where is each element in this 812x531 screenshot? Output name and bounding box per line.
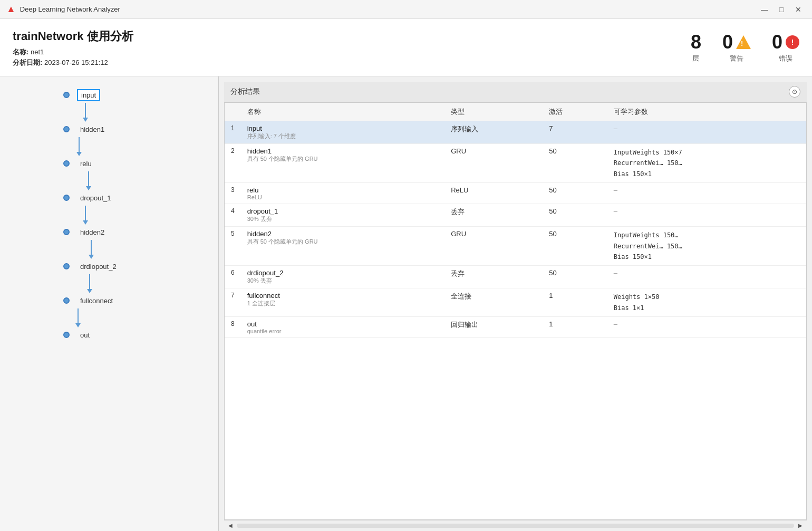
scroll-right-button[interactable]: ▶: [796, 522, 805, 530]
results-table: 名称 类型 激活 可学习参数 1input序列输入: 7 个维度序列输入7–2h…: [225, 103, 806, 338]
results-header: 分析结果 ⊙: [224, 82, 807, 102]
node-dot: [63, 160, 70, 167]
error-icon: !: [786, 35, 799, 49]
cell-learnable: –: [607, 266, 806, 288]
cell-activation: 50: [543, 204, 607, 227]
network-diagram: inputhidden1reludropout_1hidden2drdiopou…: [11, 87, 208, 343]
close-button[interactable]: ✕: [791, 2, 806, 17]
node-row[interactable]: hidden1: [63, 121, 108, 137]
node-entry: out: [63, 308, 93, 343]
node-label: fullconnect: [77, 296, 116, 306]
node-dot: [63, 332, 70, 338]
network-name: 名称: net1: [13, 47, 133, 57]
cell-name: hidden2具有 50 个隐藏单元的 GRU: [241, 227, 445, 266]
cell-num: 7: [225, 288, 241, 317]
node-dot: [63, 229, 70, 235]
warning-icon: [736, 35, 751, 49]
cell-type: GRU: [444, 144, 543, 183]
warnings-count: 0: [722, 33, 733, 52]
errors-label: 错误: [779, 54, 792, 63]
node-row[interactable]: drdiopout_2: [63, 258, 120, 274]
cell-num: 2: [225, 144, 241, 183]
warnings-stat: 0 警告: [722, 33, 751, 63]
cell-learnable: InputWeights 150…RecurrentWei… 150…Bias …: [607, 227, 806, 266]
node-entry: hidden1: [63, 103, 108, 137]
node-row[interactable]: input: [63, 87, 100, 103]
table-row[interactable]: 6drdiopout_230% 丢弃丢弃50–: [225, 266, 806, 288]
node-row[interactable]: dropout_1: [63, 190, 114, 206]
cell-name: hidden1具有 50 个隐藏单元的 GRU: [241, 144, 445, 183]
main-title: trainNetwork 使用分析: [13, 28, 133, 44]
node-label: drdiopout_2: [77, 262, 120, 272]
node-row[interactable]: relu: [63, 156, 95, 171]
table-row[interactable]: 2hidden1具有 50 个隐藏单元的 GRUGRU50InputWeight…: [225, 144, 806, 183]
node-row[interactable]: out: [63, 327, 93, 343]
table-row[interactable]: 4dropout_130% 丢弃丢弃50–: [225, 204, 806, 227]
node-dot: [63, 263, 70, 269]
layers-count: 8: [691, 33, 701, 52]
cell-activation: 1: [543, 288, 607, 317]
cell-learnable: InputWeights 150×7RecurrentWei… 150…Bias…: [607, 144, 806, 183]
cell-type: 序列输入: [444, 121, 543, 144]
cell-learnable: –: [607, 204, 806, 227]
cell-type: 全连接: [444, 288, 543, 317]
cell-type: 丢弃: [444, 204, 543, 227]
cell-num: 8: [225, 317, 241, 338]
errors-count: 0: [772, 33, 782, 52]
main-content: inputhidden1reludropout_1hidden2drdiopou…: [0, 76, 812, 531]
table-row[interactable]: 3reluReLUReLU50–: [225, 183, 806, 204]
col-name: 名称: [241, 103, 445, 121]
cell-type: GRU: [444, 227, 543, 266]
cell-learnable: Weights 1×50Bias 1×1: [607, 288, 806, 317]
node-label: hidden1: [77, 124, 108, 134]
node-entry: input: [63, 87, 100, 103]
cell-type: 丢弃: [444, 266, 543, 288]
table-row[interactable]: 5hidden2具有 50 个隐藏单元的 GRUGRU50InputWeight…: [225, 227, 806, 266]
table-row[interactable]: 7fullconnect1 全连接层全连接1Weights 1×50Bias 1…: [225, 288, 806, 317]
scroll-left-button[interactable]: ◀: [226, 522, 235, 530]
cell-learnable: –: [607, 121, 806, 144]
cell-type: 回归输出: [444, 317, 543, 338]
cell-num: 5: [225, 227, 241, 266]
minimize-button[interactable]: —: [757, 2, 772, 17]
node-dot: [63, 126, 70, 132]
results-panel: 分析结果 ⊙ 名称 类型 激活 可学习参数 1input序列输入: 7 个维度序…: [219, 76, 812, 531]
cell-name: input序列输入: 7 个维度: [241, 121, 445, 144]
header: trainNetwork 使用分析 名称: net1 分析日期: 2023-07…: [0, 19, 812, 76]
cell-num: 6: [225, 266, 241, 288]
col-learnable: 可学习参数: [607, 103, 806, 121]
results-container[interactable]: 名称 类型 激活 可学习参数 1input序列输入: 7 个维度序列输入7–2h…: [224, 102, 807, 520]
cell-activation: 50: [543, 266, 607, 288]
cell-type: ReLU: [444, 183, 543, 204]
cell-learnable: –: [607, 183, 806, 204]
cell-num: 1: [225, 121, 241, 144]
bottom-scrollbar[interactable]: ◀ ▶: [224, 520, 807, 530]
scroll-track[interactable]: [237, 524, 794, 528]
cell-activation: 50: [543, 227, 607, 266]
table-row[interactable]: 8outquantile error回归输出1–: [225, 317, 806, 338]
cell-num: 4: [225, 204, 241, 227]
maximize-button[interactable]: □: [774, 2, 789, 17]
cell-activation: 50: [543, 183, 607, 204]
cell-name: reluReLU: [241, 183, 445, 204]
warnings-label: 警告: [730, 54, 743, 63]
results-title: 分析结果: [230, 87, 260, 96]
table-row[interactable]: 1input序列输入: 7 个维度序列输入7–: [225, 121, 806, 144]
node-label: out: [77, 330, 93, 340]
cell-activation: 7: [543, 121, 607, 144]
cell-activation: 1: [543, 317, 607, 338]
app-icon: ▲: [6, 4, 16, 15]
collapse-button[interactable]: ⊙: [789, 86, 800, 98]
node-entry: fullconnect: [63, 274, 116, 308]
window-controls: — □ ✕: [757, 2, 806, 17]
node-entry: dropout_1: [63, 171, 114, 206]
header-stats: 8 层 0 警告 0 ! 错误: [691, 33, 799, 63]
table-header-row: 名称 类型 激活 可学习参数: [225, 103, 806, 121]
errors-stat: 0 ! 错误: [772, 33, 799, 63]
cell-num: 3: [225, 183, 241, 204]
header-info: trainNetwork 使用分析 名称: net1 分析日期: 2023-07…: [13, 28, 133, 69]
node-row[interactable]: fullconnect: [63, 293, 116, 308]
node-label: dropout_1: [77, 193, 114, 203]
node-row[interactable]: hidden2: [63, 224, 108, 240]
node-label: hidden2: [77, 227, 108, 237]
